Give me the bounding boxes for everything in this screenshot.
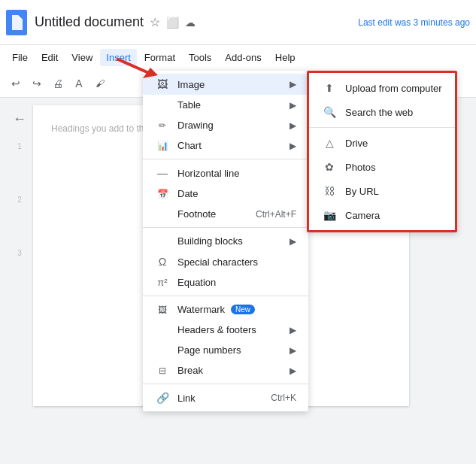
title-area: Untitled document ☆ ⬜ ☁	[35, 14, 358, 30]
submenu-item-by-url[interactable]: ⛓ By URL	[309, 179, 455, 203]
footnote-shortcut: Ctrl+Alt+F	[256, 209, 296, 220]
image-submenu: ⬆ Upload from computer 🔍 Search the web …	[307, 71, 457, 232]
insert-menu: 🖼 Image ▶ Table ▶ ✏ Drawing ▶ 📊 Chart ▶ …	[143, 71, 308, 411]
menu-item-watermark[interactable]: 🖼 Watermark New	[143, 299, 308, 320]
page-num-3: 3	[17, 249, 22, 257]
submenu-by-url-label: By URL	[345, 186, 379, 197]
photos-icon: ✿	[321, 161, 338, 173]
menu-item-drawing[interactable]: ✏ Drawing ▶	[143, 115, 308, 135]
page-numbers-arrow-icon: ▶	[290, 345, 296, 356]
submenu-item-photos[interactable]: ✿ Photos	[309, 155, 455, 179]
cloud-icon[interactable]: ☁	[185, 17, 196, 29]
chart-arrow-icon: ▶	[290, 141, 296, 151]
page-num-1: 1	[17, 142, 22, 150]
menu-item-break[interactable]: ⊟ Break ▶	[143, 360, 308, 381]
paint-format-button[interactable]: 🖌	[90, 74, 110, 93]
divider-4	[143, 384, 308, 384]
doc-sidebar: ← 1 2 3	[6, 105, 33, 406]
menu-table-label: Table	[177, 99, 201, 111]
menu-tools[interactable]: Tools	[183, 49, 217, 66]
app-bar: Untitled document ☆ ⬜ ☁ Last edit was 3 …	[0, 0, 476, 45]
drive-icon: △	[321, 137, 338, 149]
menu-headers-footers-label: Headers & footers	[177, 324, 256, 335]
undo-button[interactable]: ↩	[6, 74, 26, 93]
menu-item-link[interactable]: 🔗 Link Ctrl+K	[143, 387, 308, 408]
menu-item-date[interactable]: 📅 Date	[143, 183, 308, 204]
submenu-item-camera[interactable]: 📷 Camera	[309, 203, 455, 227]
menu-format[interactable]: Format	[138, 49, 181, 66]
menu-page-numbers-label: Page numbers	[177, 344, 241, 356]
menu-item-horizontal-line[interactable]: — Horizontal line	[143, 162, 308, 183]
menu-image-label: Image	[177, 79, 205, 90]
menu-special-chars-label: Special characters	[177, 256, 258, 268]
menu-item-headers-footers[interactable]: Headers & footers ▶	[143, 320, 308, 340]
menu-item-chart[interactable]: 📊 Chart ▶	[143, 135, 308, 156]
menu-file[interactable]: File	[6, 49, 34, 66]
last-edit: Last edit was 3 minutes ago	[358, 17, 470, 28]
menu-horizontal-line-label: Horizontal line	[177, 168, 239, 179]
headers-footers-arrow-icon: ▶	[290, 325, 296, 335]
upload-icon: ⬆	[321, 82, 338, 94]
camera-icon: 📷	[321, 209, 338, 221]
menu-view[interactable]: View	[65, 49, 99, 66]
menu-link-label: Link	[177, 393, 196, 404]
drawing-arrow-icon: ▶	[290, 120, 296, 131]
page-num-2: 2	[17, 196, 22, 204]
menu-equation-label: Equation	[177, 277, 216, 288]
redo-button[interactable]: ↪	[27, 74, 47, 93]
image-arrow-icon: ▶	[290, 79, 296, 89]
menu-date-label: Date	[177, 188, 198, 199]
print-button[interactable]: 🖨	[48, 74, 68, 93]
submenu-search-web-label: Search the web	[345, 107, 413, 118]
doc-icon	[6, 10, 27, 35]
menu-item-footnote[interactable]: Footnote Ctrl+Alt+F	[143, 204, 308, 224]
folder-icon[interactable]: ⬜	[166, 17, 179, 29]
menu-bar: File Edit View Insert Format Tools Add-o…	[0, 45, 476, 69]
doc-title[interactable]: Untitled document	[35, 14, 144, 30]
pi-icon: π²	[155, 277, 170, 288]
table-arrow-icon: ▶	[290, 100, 296, 111]
sub-divider-1	[309, 127, 455, 128]
star-icon[interactable]: ☆	[150, 15, 160, 29]
menu-item-equation[interactable]: π² Equation	[143, 272, 308, 293]
menu-item-building-blocks[interactable]: Building blocks ▶	[143, 231, 308, 251]
menu-insert[interactable]: Insert	[100, 49, 137, 66]
menu-help[interactable]: Help	[269, 49, 302, 66]
horizontal-line-icon: —	[155, 167, 170, 179]
chart-icon: 📊	[155, 141, 170, 151]
url-icon: ⛓	[321, 185, 338, 197]
menu-item-table[interactable]: Table ▶	[143, 95, 308, 115]
menu-edit[interactable]: Edit	[35, 49, 64, 66]
break-arrow-icon: ▶	[290, 365, 296, 376]
search-web-icon: 🔍	[321, 106, 338, 118]
drawing-icon: ✏	[155, 120, 170, 131]
submenu-photos-label: Photos	[345, 162, 375, 173]
menu-drawing-label: Drawing	[177, 120, 214, 131]
submenu-item-drive[interactable]: △ Drive	[309, 131, 455, 155]
building-blocks-arrow-icon: ▶	[290, 236, 296, 247]
link-shortcut: Ctrl+K	[271, 393, 296, 403]
menu-item-image[interactable]: 🖼 Image ▶	[143, 74, 308, 95]
submenu-upload-label: Upload from computer	[345, 83, 442, 94]
back-arrow[interactable]: ←	[13, 111, 26, 127]
menu-item-page-numbers[interactable]: Page numbers ▶	[143, 340, 308, 360]
menu-chart-label: Chart	[177, 140, 202, 151]
omega-icon: Ω	[155, 256, 170, 268]
submenu-item-search-web[interactable]: 🔍 Search the web	[309, 100, 455, 124]
submenu-camera-label: Camera	[345, 210, 380, 221]
date-icon: 📅	[155, 189, 170, 199]
spellcheck-button[interactable]: A	[69, 74, 89, 93]
watermark-icon: 🖼	[155, 305, 170, 315]
image-icon: 🖼	[155, 78, 170, 90]
divider-3	[143, 296, 308, 296]
submenu-item-upload[interactable]: ⬆ Upload from computer	[309, 76, 455, 100]
menu-addons[interactable]: Add-ons	[219, 49, 267, 66]
divider-1	[143, 159, 308, 159]
menu-item-special-chars[interactable]: Ω Special characters	[143, 251, 308, 272]
submenu-drive-label: Drive	[345, 138, 368, 149]
menu-watermark-label: Watermark	[177, 304, 225, 315]
menu-footnote-label: Footnote	[177, 208, 216, 220]
menu-break-label: Break	[177, 365, 203, 376]
divider-2	[143, 227, 308, 228]
link-icon: 🔗	[155, 392, 170, 404]
